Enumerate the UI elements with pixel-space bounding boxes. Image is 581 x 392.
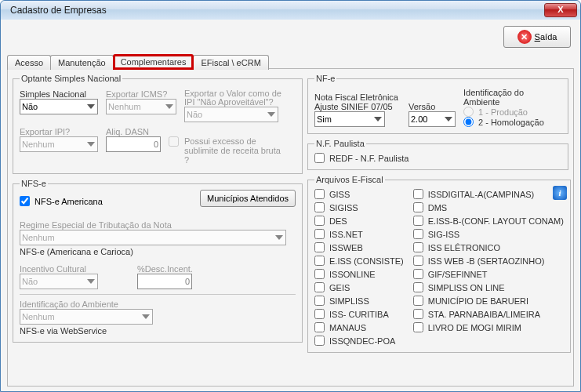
efiscal-item[interactable]: ISSDIGITAL-A(CAMPINAS) xyxy=(413,189,564,199)
efiscal-label: SIMPLISS ON LINE xyxy=(428,283,505,292)
efiscal-check[interactable] xyxy=(413,309,423,319)
efiscal-check[interactable] xyxy=(314,322,325,332)
select-simples[interactable]: Não xyxy=(20,99,98,114)
efiscal-item[interactable]: GIF/SEFINNET xyxy=(413,269,564,279)
label-desc: %Desc.Incent. xyxy=(137,264,200,274)
efiscal-item[interactable]: E.ISS-B-(CONF. LAYOUT CONAM) xyxy=(413,216,564,226)
legend-paulista: N.F. Paulista xyxy=(314,139,366,148)
efiscal-label: SIMPLISS xyxy=(329,296,369,306)
efiscal-label: ISSQNDEC-POA xyxy=(329,336,395,346)
radio-producao xyxy=(463,107,474,117)
tab-manutencao[interactable]: Manutenção xyxy=(50,55,114,70)
label-exp-valor: Exportar o Valor como de IPI "Não Aprove… xyxy=(184,89,286,107)
efiscal-label: GIF/SEFINNET xyxy=(428,270,488,279)
efiscal-check[interactable] xyxy=(314,282,325,292)
efiscal-check[interactable] xyxy=(314,202,325,212)
efiscal-item[interactable]: LIVRO DE MOGI MIRIM xyxy=(413,322,564,332)
tab-bar: Acesso Manutenção Complementares EFiscal… xyxy=(7,54,268,70)
group-paulista: N.F. Paulista REDF - N.F. Paulista xyxy=(307,139,568,170)
label-aliq: Aliq. DASN xyxy=(106,127,161,136)
efiscal-check[interactable] xyxy=(314,216,325,226)
efiscal-check[interactable] xyxy=(413,282,423,292)
efiscal-item[interactable]: DES xyxy=(314,216,404,226)
efiscal-check[interactable] xyxy=(413,229,423,239)
left-column: Optante Simples Nacional Simples Naciona… xyxy=(13,74,303,343)
tab-acesso[interactable]: Acesso xyxy=(7,55,51,70)
efiscal-check[interactable] xyxy=(413,189,423,199)
label-excesso: Possui excesso de sublimite de receita b… xyxy=(184,136,286,165)
window-title: Cadastro de Empresas xyxy=(4,5,544,16)
tab-panel-complementares: Optante Simples Nacional Simples Naciona… xyxy=(7,68,574,387)
label-simples: Simples Nacional xyxy=(20,89,98,99)
input-desc xyxy=(137,274,192,289)
efiscal-item[interactable]: ISS WEB -B (SERTAOZINHO) xyxy=(413,256,564,266)
efiscal-item[interactable]: SIMPLISS ON LINE xyxy=(413,282,564,292)
radio-homolog-wrap[interactable]: 2 - Homologação xyxy=(463,117,561,127)
efiscal-item[interactable]: MANAUS xyxy=(314,322,404,332)
efiscal-item[interactable]: GEIS xyxy=(314,282,404,292)
close-button[interactable]: X xyxy=(544,3,577,17)
efiscal-check[interactable] xyxy=(314,242,325,252)
efiscal-check[interactable] xyxy=(314,269,325,279)
label-incentivo: Incentivo Cultural xyxy=(20,264,98,274)
exit-button[interactable]: ✕ Saída xyxy=(503,26,571,48)
municipios-button[interactable]: Municípios Atendidos xyxy=(200,190,296,207)
efiscal-check[interactable] xyxy=(314,296,325,306)
select-exp-icms: Nenhum xyxy=(106,99,176,114)
efiscal-check[interactable] xyxy=(413,216,423,226)
efiscal-item[interactable]: ISSWEB xyxy=(314,242,404,252)
check-redf[interactable] xyxy=(314,153,325,163)
efiscal-check[interactable] xyxy=(413,322,423,332)
efiscal-check[interactable] xyxy=(413,269,423,279)
efiscal-check[interactable] xyxy=(314,189,325,199)
efiscal-item[interactable]: ISS.NET xyxy=(314,229,404,239)
radio-homolog[interactable] xyxy=(463,117,474,127)
app-window: Cadastro de Empresas X ✕ Saída Acesso Ma… xyxy=(0,0,581,392)
efiscal-check[interactable] xyxy=(413,256,423,266)
efiscal-col-left: GISSSIGISSDESISS.NETISSWEBE.ISS (CONSIST… xyxy=(314,189,404,346)
label-americana: NFS-e Americana xyxy=(34,197,103,206)
select-ajuste[interactable]: Sim xyxy=(314,111,385,127)
select-versao[interactable]: 2.00 xyxy=(409,111,456,127)
tab-complementares[interactable]: Complementares xyxy=(113,54,194,70)
efiscal-check[interactable] xyxy=(314,229,325,239)
efiscal-item[interactable]: GISS xyxy=(314,189,404,199)
tab-efiscal[interactable]: EFiscal \ eCRM xyxy=(193,55,268,70)
label-americana-carioca: NFS-e (Americana e Carioca) xyxy=(20,247,296,256)
efiscal-item[interactable]: MUNICÍPIO DE BARUERI xyxy=(413,296,564,306)
efiscal-check[interactable] xyxy=(314,336,325,346)
efiscal-check[interactable] xyxy=(413,242,423,252)
info-icon[interactable]: i xyxy=(553,186,567,200)
efiscal-label: ISS- CURITIBA xyxy=(329,310,389,319)
efiscal-col-right: ISSDIGITAL-A(CAMPINAS)DMSE.ISS-B-(CONF. … xyxy=(413,189,564,346)
label-versao: Versão xyxy=(409,102,456,111)
select-regime: Nenhum xyxy=(20,230,286,245)
efiscal-item[interactable]: ISS ELÊTRONICO xyxy=(413,242,564,252)
efiscal-check[interactable] xyxy=(413,202,423,212)
select-exp-valor: Não xyxy=(184,107,278,122)
label-regime: Regime Especial de Tributação da Nota xyxy=(20,220,296,230)
label-ajuste: Ajuste SINIEF 07/05 xyxy=(314,102,401,111)
efiscal-label: SIG-ISS xyxy=(428,230,459,239)
efiscal-item[interactable]: E.ISS (CONSISTE) xyxy=(314,256,404,266)
efiscal-check[interactable] xyxy=(314,309,325,319)
exit-label: aída xyxy=(540,32,557,42)
efiscal-check[interactable] xyxy=(314,256,325,266)
efiscal-item[interactable]: SIG-ISS xyxy=(413,229,564,239)
label-exp-icms: Exportar ICMS? xyxy=(106,89,176,99)
efiscal-item[interactable]: DMS xyxy=(413,202,564,212)
check-americana[interactable] xyxy=(20,196,30,206)
efiscal-item[interactable]: ISSONLINE xyxy=(314,269,404,279)
efiscal-check[interactable] xyxy=(413,296,423,306)
check-redf-wrap[interactable]: REDF - N.F. Paulista xyxy=(314,153,561,163)
efiscal-item[interactable]: ISSQNDEC-POA xyxy=(314,336,404,346)
group-efiscal: Arquivos E-Fiscal i GISSSIGISSDESISS.NET… xyxy=(307,175,571,353)
efiscal-item[interactable]: ISS- CURITIBA xyxy=(314,309,404,319)
efiscal-item[interactable]: SIMPLISS xyxy=(314,296,404,306)
efiscal-label: ISSWEB xyxy=(329,243,363,252)
label-ambiente-nfe: Identificação do Ambiente xyxy=(463,88,561,107)
efiscal-item[interactable]: STA. PARNABAIBA/LIMEIRA xyxy=(413,309,564,319)
efiscal-label: ISSDIGITAL-A(CAMPINAS) xyxy=(428,190,534,199)
efiscal-label: ISSONLINE xyxy=(329,270,376,279)
efiscal-item[interactable]: SIGISS xyxy=(314,202,404,212)
